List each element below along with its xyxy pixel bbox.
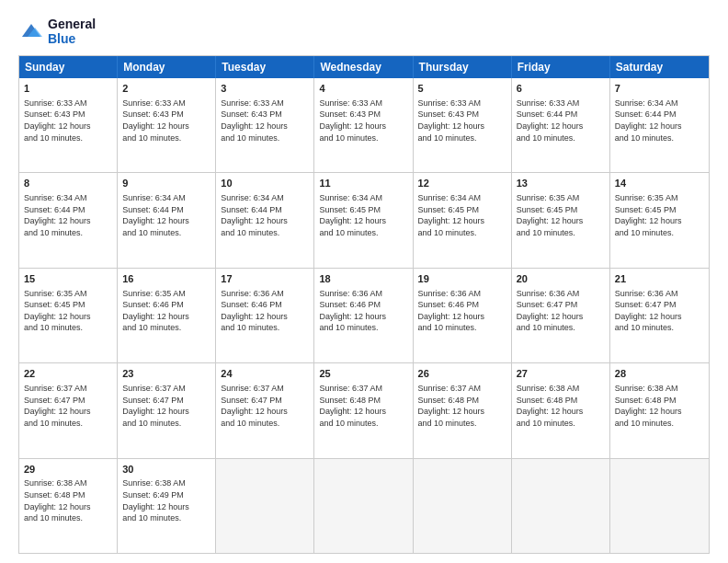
- header-day-thursday: Thursday: [414, 56, 512, 78]
- calendar-cell-7: 7Sunrise: 6:34 AM Sunset: 6:44 PM Daylig…: [610, 78, 709, 172]
- day-number: 3: [221, 82, 309, 96]
- cell-info: Sunrise: 6:33 AM Sunset: 6:43 PM Dayligh…: [221, 98, 309, 144]
- calendar-cell-28: 28Sunrise: 6:38 AM Sunset: 6:48 PM Dayli…: [610, 363, 709, 457]
- calendar-cell-24: 24Sunrise: 6:37 AM Sunset: 6:47 PM Dayli…: [216, 363, 314, 457]
- cell-info: Sunrise: 6:35 AM Sunset: 6:45 PM Dayligh…: [24, 288, 112, 334]
- day-number: 21: [615, 272, 704, 286]
- cell-info: Sunrise: 6:33 AM Sunset: 6:43 PM Dayligh…: [319, 98, 407, 144]
- calendar-cell-empty: [314, 459, 413, 553]
- calendar-cell-empty: [216, 459, 314, 553]
- calendar-cell-27: 27Sunrise: 6:38 AM Sunset: 6:48 PM Dayli…: [512, 363, 610, 457]
- day-number: 14: [615, 177, 704, 190]
- cell-info: Sunrise: 6:33 AM Sunset: 6:44 PM Dayligh…: [517, 98, 605, 144]
- cell-info: Sunrise: 6:37 AM Sunset: 6:48 PM Dayligh…: [319, 383, 407, 429]
- header: General Blue: [18, 17, 710, 46]
- calendar-row-5: 29Sunrise: 6:38 AM Sunset: 6:48 PM Dayli…: [19, 458, 709, 553]
- calendar-cell-29: 29Sunrise: 6:38 AM Sunset: 6:48 PM Dayli…: [19, 459, 118, 553]
- cell-info: Sunrise: 6:36 AM Sunset: 6:46 PM Dayligh…: [319, 288, 407, 334]
- calendar-cell-12: 12Sunrise: 6:34 AM Sunset: 6:45 PM Dayli…: [414, 173, 512, 267]
- cell-info: Sunrise: 6:38 AM Sunset: 6:48 PM Dayligh…: [615, 383, 704, 429]
- cell-info: Sunrise: 6:35 AM Sunset: 6:45 PM Dayligh…: [517, 192, 605, 238]
- day-number: 9: [122, 177, 210, 190]
- cell-info: Sunrise: 6:37 AM Sunset: 6:47 PM Dayligh…: [24, 383, 112, 429]
- header-day-sunday: Sunday: [19, 56, 118, 78]
- cell-info: Sunrise: 6:36 AM Sunset: 6:47 PM Dayligh…: [615, 288, 704, 334]
- day-number: 23: [122, 367, 210, 381]
- calendar-cell-18: 18Sunrise: 6:36 AM Sunset: 6:46 PM Dayli…: [314, 269, 413, 362]
- day-number: 22: [24, 367, 112, 381]
- calendar-row-4: 22Sunrise: 6:37 AM Sunset: 6:47 PM Dayli…: [19, 362, 709, 457]
- day-number: 30: [122, 463, 210, 477]
- calendar-cell-30: 30Sunrise: 6:38 AM Sunset: 6:49 PM Dayli…: [118, 459, 216, 553]
- day-number: 4: [319, 82, 407, 96]
- cell-info: Sunrise: 6:37 AM Sunset: 6:47 PM Dayligh…: [221, 383, 309, 429]
- day-number: 8: [24, 177, 112, 190]
- cell-info: Sunrise: 6:36 AM Sunset: 6:46 PM Dayligh…: [418, 288, 506, 334]
- calendar-cell-17: 17Sunrise: 6:36 AM Sunset: 6:46 PM Dayli…: [216, 269, 314, 362]
- day-number: 2: [122, 82, 210, 96]
- calendar-cell-8: 8Sunrise: 6:34 AM Sunset: 6:44 PM Daylig…: [19, 173, 118, 267]
- calendar-row-1: 1Sunrise: 6:33 AM Sunset: 6:43 PM Daylig…: [19, 78, 709, 172]
- calendar-cell-2: 2Sunrise: 6:33 AM Sunset: 6:43 PM Daylig…: [118, 78, 216, 172]
- cell-info: Sunrise: 6:37 AM Sunset: 6:47 PM Dayligh…: [122, 383, 210, 429]
- day-number: 16: [122, 272, 210, 286]
- calendar-cell-13: 13Sunrise: 6:35 AM Sunset: 6:45 PM Dayli…: [512, 173, 610, 267]
- calendar-cell-22: 22Sunrise: 6:37 AM Sunset: 6:47 PM Dayli…: [19, 363, 118, 457]
- day-number: 18: [319, 272, 407, 286]
- day-number: 28: [615, 367, 704, 381]
- calendar-row-2: 8Sunrise: 6:34 AM Sunset: 6:44 PM Daylig…: [19, 172, 709, 267]
- cell-info: Sunrise: 6:33 AM Sunset: 6:43 PM Dayligh…: [24, 98, 112, 144]
- header-day-saturday: Saturday: [610, 56, 709, 78]
- calendar-cell-empty: [414, 459, 512, 553]
- calendar-cell-empty: [610, 459, 709, 553]
- cell-info: Sunrise: 6:38 AM Sunset: 6:48 PM Dayligh…: [24, 477, 112, 523]
- header-day-friday: Friday: [512, 56, 610, 78]
- day-number: 25: [319, 367, 407, 381]
- calendar-row-3: 15Sunrise: 6:35 AM Sunset: 6:45 PM Dayli…: [19, 268, 709, 362]
- page: General Blue SundayMondayTuesdayWednesda…: [0, 0, 728, 563]
- day-number: 29: [24, 463, 112, 477]
- day-number: 11: [319, 177, 407, 190]
- calendar-cell-6: 6Sunrise: 6:33 AM Sunset: 6:44 PM Daylig…: [512, 78, 610, 172]
- logo-text: General Blue: [48, 17, 96, 46]
- calendar-cell-5: 5Sunrise: 6:33 AM Sunset: 6:43 PM Daylig…: [414, 78, 512, 172]
- day-number: 7: [615, 82, 704, 96]
- logo: General Blue: [18, 17, 96, 46]
- calendar-body: 1Sunrise: 6:33 AM Sunset: 6:43 PM Daylig…: [19, 78, 709, 553]
- day-number: 10: [221, 177, 309, 190]
- logo-icon: [18, 18, 44, 44]
- calendar-header-row: SundayMondayTuesdayWednesdayThursdayFrid…: [19, 56, 709, 78]
- calendar-cell-14: 14Sunrise: 6:35 AM Sunset: 6:45 PM Dayli…: [610, 173, 709, 267]
- day-number: 6: [517, 82, 605, 96]
- cell-info: Sunrise: 6:36 AM Sunset: 6:46 PM Dayligh…: [221, 288, 309, 334]
- day-number: 27: [517, 367, 605, 381]
- calendar-cell-21: 21Sunrise: 6:36 AM Sunset: 6:47 PM Dayli…: [610, 269, 709, 362]
- cell-info: Sunrise: 6:33 AM Sunset: 6:43 PM Dayligh…: [418, 98, 506, 144]
- cell-info: Sunrise: 6:34 AM Sunset: 6:44 PM Dayligh…: [615, 98, 704, 144]
- header-day-wednesday: Wednesday: [314, 56, 413, 78]
- header-day-monday: Monday: [118, 56, 216, 78]
- cell-info: Sunrise: 6:34 AM Sunset: 6:44 PM Dayligh…: [221, 192, 309, 238]
- day-number: 20: [517, 272, 605, 286]
- day-number: 13: [517, 177, 605, 190]
- header-day-tuesday: Tuesday: [216, 56, 314, 78]
- cell-info: Sunrise: 6:34 AM Sunset: 6:44 PM Dayligh…: [24, 192, 112, 238]
- calendar-cell-11: 11Sunrise: 6:34 AM Sunset: 6:45 PM Dayli…: [314, 173, 413, 267]
- day-number: 19: [418, 272, 506, 286]
- day-number: 17: [221, 272, 309, 286]
- day-number: 26: [418, 367, 506, 381]
- calendar-cell-10: 10Sunrise: 6:34 AM Sunset: 6:44 PM Dayli…: [216, 173, 314, 267]
- calendar-cell-3: 3Sunrise: 6:33 AM Sunset: 6:43 PM Daylig…: [216, 78, 314, 172]
- calendar-cell-1: 1Sunrise: 6:33 AM Sunset: 6:43 PM Daylig…: [19, 78, 118, 172]
- day-number: 1: [24, 82, 112, 96]
- day-number: 24: [221, 367, 309, 381]
- cell-info: Sunrise: 6:37 AM Sunset: 6:48 PM Dayligh…: [418, 383, 506, 429]
- calendar-cell-4: 4Sunrise: 6:33 AM Sunset: 6:43 PM Daylig…: [314, 78, 413, 172]
- cell-info: Sunrise: 6:38 AM Sunset: 6:49 PM Dayligh…: [122, 477, 210, 523]
- cell-info: Sunrise: 6:35 AM Sunset: 6:46 PM Dayligh…: [122, 288, 210, 334]
- calendar-cell-20: 20Sunrise: 6:36 AM Sunset: 6:47 PM Dayli…: [512, 269, 610, 362]
- day-number: 5: [418, 82, 506, 96]
- cell-info: Sunrise: 6:38 AM Sunset: 6:48 PM Dayligh…: [517, 383, 605, 429]
- calendar-cell-25: 25Sunrise: 6:37 AM Sunset: 6:48 PM Dayli…: [314, 363, 413, 457]
- cell-info: Sunrise: 6:34 AM Sunset: 6:45 PM Dayligh…: [319, 192, 407, 238]
